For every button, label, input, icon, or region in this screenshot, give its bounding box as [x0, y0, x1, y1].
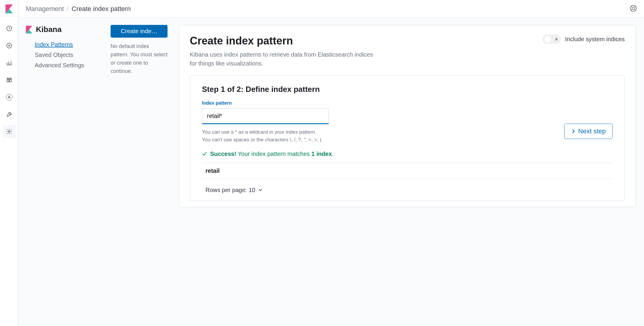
- nav-discover-icon[interactable]: [3, 22, 16, 35]
- panel-description: Kibana uses index patterns to retrieve d…: [190, 50, 374, 68]
- success-message: Success! Your index pattern matches 1 in…: [202, 151, 613, 157]
- create-index-pattern-panel: Create index pattern Kibana uses index p…: [179, 25, 636, 207]
- sidebar-header: Kibana: [26, 25, 106, 34]
- index-pattern-hint: You can use a * as a wildcard in your in…: [202, 128, 329, 144]
- sidebar-item-advanced-settings[interactable]: Advanced Settings: [26, 60, 106, 71]
- index-pattern-field-label: Index pattern: [202, 100, 613, 106]
- step-title: Step 1 of 2: Define index pattern: [202, 85, 613, 94]
- breadcrumb: Management / Create index pattern: [26, 5, 131, 13]
- create-index-pattern-button[interactable]: Create inde…: [111, 25, 168, 38]
- nav-dashboard-icon[interactable]: [3, 56, 16, 69]
- match-item: retail: [202, 163, 613, 179]
- chevron-right-icon: [571, 129, 575, 133]
- management-sidebar: Kibana Index Patterns Saved Objects Adva…: [19, 18, 111, 326]
- nav-apm-icon[interactable]: A: [3, 91, 16, 104]
- nav-devtools-icon[interactable]: [3, 108, 16, 121]
- nav-management-icon[interactable]: [3, 125, 16, 138]
- breadcrumb-current: Create index pattern: [72, 5, 131, 13]
- rows-per-page-selector[interactable]: Rows per page: 10: [202, 186, 266, 195]
- svg-rect-6: [7, 78, 12, 79]
- action-column: Create inde… No default index pattern. Y…: [111, 18, 173, 326]
- nav-visualize-icon[interactable]: [3, 39, 16, 52]
- next-step-button[interactable]: Next step: [564, 124, 613, 139]
- step-define-index-pattern: Step 1 of 2: Define index pattern Index …: [190, 76, 625, 201]
- include-system-indices-toggle[interactable]: ✕: [543, 35, 561, 44]
- close-icon: ✕: [554, 36, 558, 42]
- index-pattern-input[interactable]: [202, 108, 329, 124]
- sidebar-title: Kibana: [36, 25, 62, 34]
- svg-point-9: [8, 131, 10, 132]
- left-nav: A: [0, 0, 19, 326]
- no-default-pattern-notice: No default index pattern. You must selec…: [111, 42, 170, 76]
- check-icon: [202, 151, 207, 156]
- sidebar-item-saved-objects[interactable]: Saved Objects: [26, 50, 106, 60]
- svg-point-11: [632, 7, 635, 9]
- matching-indices-list: retail: [202, 163, 613, 179]
- nav-timelion-icon[interactable]: [3, 73, 16, 87]
- svg-rect-8: [9, 80, 11, 82]
- breadcrumb-bar: Management / Create index pattern: [19, 0, 644, 18]
- kibana-logo[interactable]: [0, 3, 19, 17]
- breadcrumb-separator: /: [67, 5, 68, 13]
- breadcrumb-root[interactable]: Management: [26, 5, 64, 13]
- panel-title: Create index pattern: [190, 35, 374, 47]
- sidebar-item-index-patterns[interactable]: Index Patterns: [26, 39, 106, 50]
- include-system-indices-label: Include system indices: [565, 35, 625, 43]
- kibana-logo-small: [26, 26, 32, 33]
- svg-rect-7: [7, 80, 9, 82]
- chevron-down-icon: [258, 188, 262, 192]
- help-icon[interactable]: [630, 5, 637, 13]
